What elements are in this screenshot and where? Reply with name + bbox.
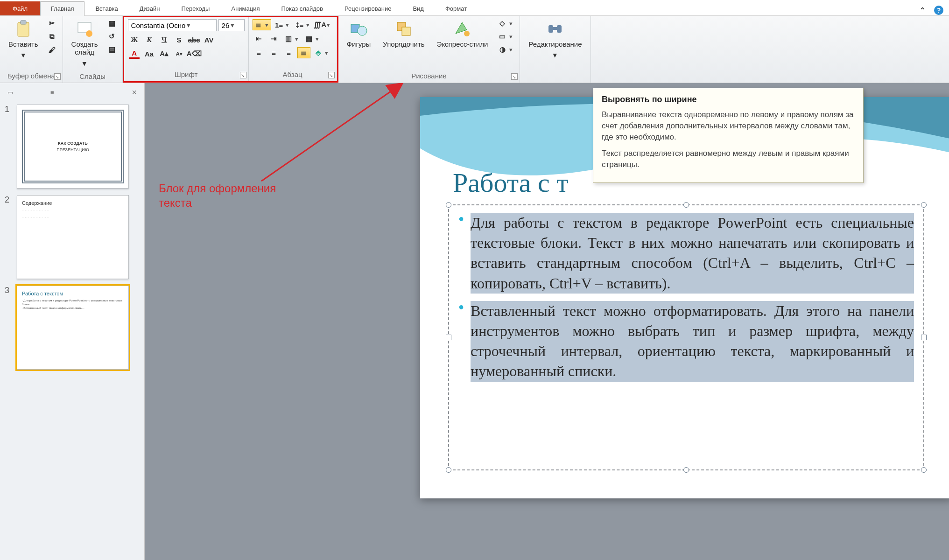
thumb-title: Работа с текстом: [22, 291, 124, 296]
layout-button[interactable]: ▦: [105, 18, 119, 29]
thumb-number: 1: [5, 105, 13, 189]
close-panel-icon[interactable]: ×: [132, 88, 137, 98]
copy-button[interactable]: ⧉: [46, 31, 59, 42]
shape-fill-button[interactable]: ◇▾: [495, 18, 516, 29]
new-slide-icon: [75, 20, 94, 38]
clipboard-launcher[interactable]: [54, 73, 61, 80]
strike-icon: abc: [189, 35, 199, 45]
grow-font-button[interactable]: A▴: [158, 48, 171, 59]
clear-format-button[interactable]: A⌫: [188, 48, 201, 59]
annotation-arrow: [233, 83, 429, 190]
shape-effects-button[interactable]: ◑▾: [495, 44, 516, 55]
tab-format[interactable]: Формат: [435, 1, 478, 15]
slide-canvas[interactable]: Блок для оформления текста Выровнять по …: [145, 83, 949, 560]
strike-button[interactable]: abc: [188, 34, 201, 45]
underline-button[interactable]: Ч: [158, 34, 171, 45]
cut-button[interactable]: ✂: [46, 18, 59, 29]
numbering-button[interactable]: 1≡▾: [273, 19, 292, 30]
bullets-button[interactable]: ≣▾: [253, 19, 271, 30]
font-launcher[interactable]: [240, 72, 246, 78]
svg-rect-11: [553, 27, 557, 30]
smartart-button[interactable]: ⬘▾: [312, 47, 331, 58]
tab-transitions[interactable]: Переходы: [170, 1, 220, 15]
shapes-button[interactable]: Фигуры: [342, 18, 376, 50]
align-center-icon: ≡: [269, 48, 279, 58]
section-button[interactable]: ▤: [105, 44, 119, 55]
brush-icon: 🖌: [47, 44, 57, 55]
char-spacing-button[interactable]: AV: [203, 34, 216, 45]
tab-design[interactable]: Дизайн: [129, 1, 171, 15]
tab-animation[interactable]: Анимация: [220, 1, 270, 15]
outline-tab-icon[interactable]: ≡: [50, 89, 54, 96]
justify-icon: ≣: [299, 48, 309, 58]
align-text-button[interactable]: ▦▾: [303, 33, 322, 44]
shadow-button[interactable]: S: [173, 34, 186, 45]
tab-slideshow[interactable]: Показ слайдов: [271, 1, 334, 15]
chevron-down-icon: ▾: [229, 21, 236, 29]
tab-home[interactable]: Главная: [40, 1, 84, 16]
align-left-button[interactable]: ≡: [253, 47, 266, 58]
align-right-button[interactable]: ≡: [282, 47, 295, 58]
thumbnail-2[interactable]: 2 Содержание · · · · · · · · · · · · · ·…: [5, 195, 140, 279]
editing-button[interactable]: Редактирование ▾: [524, 18, 586, 62]
ribbon-tabs: Файл Главная Вставка Дизайн Переходы Ани…: [0, 0, 949, 16]
minimize-ribbon-icon[interactable]: ⌃: [917, 5, 928, 15]
font-size-combo[interactable]: 26 ▾: [218, 19, 245, 31]
justify-button[interactable]: ≣: [297, 47, 310, 58]
copy-icon: ⧉: [47, 31, 57, 42]
numbering-icon: 1≡: [274, 20, 284, 30]
tooltip-body-2: Текст распределяется равномерно между ле…: [602, 148, 855, 170]
scissors-icon: ✂: [47, 18, 57, 28]
svg-rect-10: [557, 25, 562, 33]
chevron-down-icon: ▾: [18, 50, 28, 60]
reset-button[interactable]: ↺: [105, 31, 119, 42]
columns-button[interactable]: ▥▾: [282, 33, 301, 44]
fill-icon: ◇: [497, 18, 507, 28]
increase-indent-button[interactable]: ⇥: [267, 33, 281, 44]
thumbnail-3[interactable]: 3 Работа с текстом · Для работы с тексто…: [5, 286, 140, 370]
italic-button[interactable]: К: [143, 34, 156, 45]
text-direction-button[interactable]: ∭A▾: [314, 19, 333, 30]
format-painter-button[interactable]: 🖌: [46, 44, 59, 55]
drawing-launcher[interactable]: [511, 73, 518, 80]
slides-tab-icon[interactable]: ▭: [7, 89, 13, 96]
slide-title[interactable]: Работа с т: [453, 167, 569, 198]
help-icon[interactable]: ?: [934, 6, 943, 15]
paragraph-launcher[interactable]: [328, 72, 335, 78]
text-placeholder[interactable]: Для работы с текстом в редакторе PowerPo…: [448, 204, 924, 470]
editing-label: Редактирование: [528, 40, 582, 48]
shapes-label: Фигуры: [347, 40, 371, 48]
tab-insert[interactable]: Вставка: [84, 1, 128, 15]
svg-point-3: [86, 30, 92, 37]
quick-styles-button[interactable]: Экспресс-стили: [432, 18, 493, 50]
shrink-font-button[interactable]: A▾: [173, 48, 186, 59]
valign-icon: ▦: [304, 34, 314, 44]
tab-file[interactable]: Файл: [0, 1, 40, 15]
change-case-button[interactable]: Aa: [143, 48, 156, 59]
thumbnail-1[interactable]: 1 КАК СОЗДАТЬ ПРЕЗЕНТАЦИЮ: [5, 105, 140, 189]
group-drawing-label: Рисование: [342, 70, 516, 83]
tab-view[interactable]: Вид: [402, 1, 435, 15]
binoculars-icon: [546, 20, 564, 38]
arrange-label: Упорядочить: [383, 40, 424, 48]
outdent-icon: ⇤: [254, 34, 264, 44]
group-font-label: Шрифт: [128, 69, 245, 81]
font-color-button[interactable]: A: [128, 48, 141, 59]
group-slides: Создать слайд ▾ ▦ ↺ ▤ Слайды: [63, 16, 123, 83]
decrease-indent-button[interactable]: ⇤: [253, 33, 266, 44]
align-center-button[interactable]: ≡: [267, 47, 281, 58]
bold-button[interactable]: Ж: [128, 34, 141, 45]
tab-review[interactable]: Рецензирование: [334, 1, 402, 15]
font-name-combo[interactable]: Constantia (Осно ▾: [128, 19, 217, 31]
paste-button[interactable]: Вставить ▾: [4, 18, 43, 62]
shape-outline-button[interactable]: ▭▾: [495, 31, 516, 42]
change-case-icon: Aa: [144, 49, 155, 59]
arrange-icon: [394, 20, 413, 38]
new-slide-button[interactable]: Создать слайд ▾: [67, 18, 103, 70]
line-spacing-button[interactable]: ‡≡▾: [294, 19, 312, 30]
arrange-button[interactable]: Упорядочить: [378, 18, 429, 50]
chevron-down-icon: ▾: [185, 21, 192, 29]
thumb-preview: КАК СОЗДАТЬ ПРЕЗЕНТАЦИЮ: [17, 105, 129, 189]
quick-styles-icon: [453, 20, 471, 38]
svg-point-5: [358, 26, 367, 35]
